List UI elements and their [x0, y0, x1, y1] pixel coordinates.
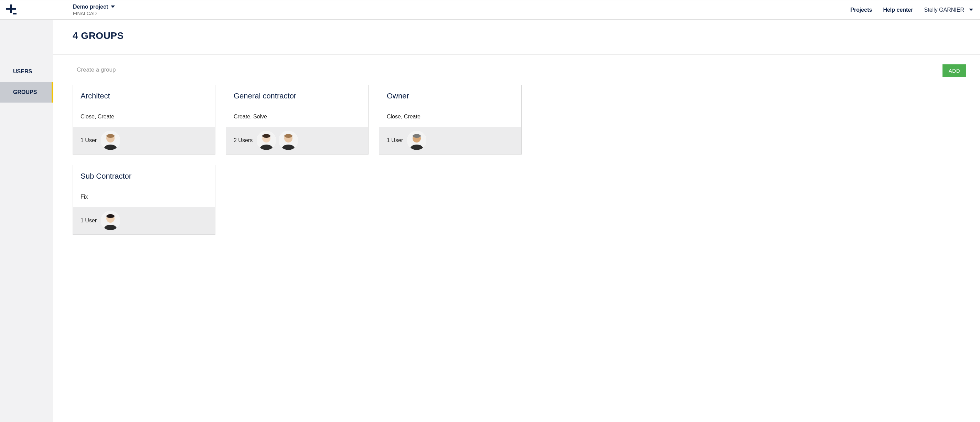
svg-rect-1 — [6, 8, 16, 10]
page-header: 4 GROUPS — [53, 20, 980, 55]
user-menu[interactable]: Stelly GARNIER — [924, 7, 973, 13]
group-card[interactable]: ArchitectClose, Create1 User — [73, 85, 215, 154]
sidebar-item-groups[interactable]: GROUPS — [0, 82, 53, 103]
svg-rect-2 — [13, 13, 16, 14]
project-name: Demo project — [73, 4, 108, 10]
add-button[interactable]: ADD — [942, 64, 966, 77]
group-footer: 2 Users — [226, 127, 368, 154]
sidebar-item-users[interactable]: USERS — [0, 61, 53, 82]
group-title: Owner — [379, 85, 521, 100]
sidebar: USERS GROUPS — [0, 20, 53, 422]
app-logo-icon — [4, 3, 18, 17]
top-bar: Demo project FINALCAD Projects Help cent… — [0, 0, 980, 20]
avatar — [257, 131, 276, 150]
group-title: Sub Contractor — [73, 165, 215, 181]
group-card[interactable]: OwnerClose, Create1 User — [379, 85, 522, 154]
group-card[interactable]: General contractorCreate, Solve2 Users — [226, 85, 369, 154]
group-card[interactable]: Sub ContractorFix1 User — [73, 165, 215, 235]
project-switcher[interactable]: Demo project — [73, 4, 115, 10]
group-permissions: Close, Create — [379, 100, 521, 127]
nav-help-center[interactable]: Help center — [883, 7, 913, 13]
page-title: 4 GROUPS — [73, 30, 980, 41]
avatar — [279, 131, 298, 150]
group-user-count: 2 Users — [234, 137, 253, 143]
group-permissions: Create, Solve — [226, 100, 368, 127]
group-footer: 1 User — [73, 207, 215, 234]
nav-projects[interactable]: Projects — [850, 7, 872, 13]
create-group-input[interactable] — [73, 64, 224, 77]
group-permissions: Fix — [73, 181, 215, 207]
chevron-down-icon — [111, 5, 115, 8]
group-user-count: 1 User — [81, 218, 97, 224]
group-footer: 1 User — [379, 127, 521, 154]
chevron-down-icon — [969, 9, 973, 11]
group-permissions: Close, Create — [73, 100, 215, 127]
avatar — [101, 211, 120, 230]
avatar — [101, 131, 120, 150]
user-name: Stelly GARNIER — [924, 7, 964, 13]
avatar — [407, 131, 426, 150]
group-title: General contractor — [226, 85, 368, 100]
group-footer: 1 User — [73, 127, 215, 154]
org-name: FINALCAD — [73, 11, 115, 16]
group-title: Architect — [73, 85, 215, 100]
group-user-count: 1 User — [387, 137, 403, 143]
group-user-count: 1 User — [81, 137, 97, 143]
